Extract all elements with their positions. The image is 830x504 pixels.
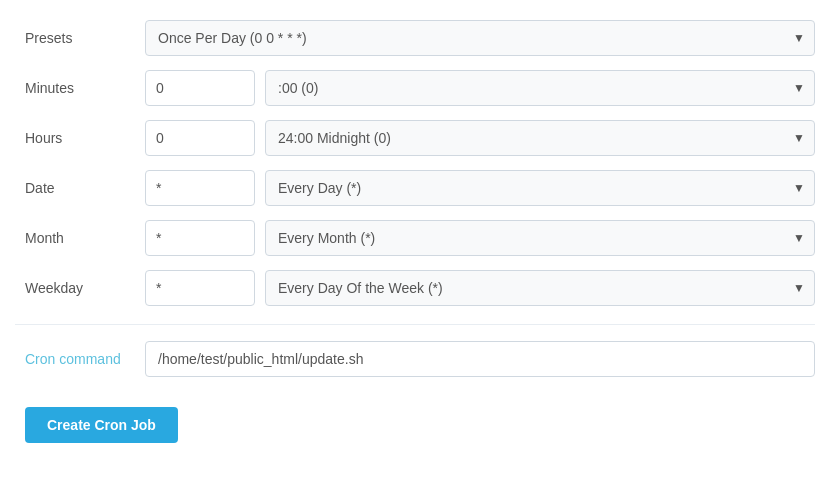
month-select[interactable]: Every Month (*)January (1)February (2)Ma…: [265, 220, 815, 256]
date-select[interactable]: Every Day (*)1st2nd3rd15thLast Day: [265, 170, 815, 206]
minutes-row: Minutes :00 (0):01 (1):05 (5):10 (10):15…: [15, 70, 815, 106]
cron-form: Presets Once Per Day (0 0 * * *)Every Ho…: [15, 20, 815, 443]
minutes-select[interactable]: :00 (0):01 (1):05 (5):10 (10):15 (15):30…: [265, 70, 815, 106]
hours-row: Hours 24:00 Midnight (0)01:00 (1)02:00 (…: [15, 120, 815, 156]
month-input[interactable]: [145, 220, 255, 256]
date-row: Date Every Day (*)1st2nd3rd15thLast Day …: [15, 170, 815, 206]
hours-label: Hours: [15, 130, 145, 146]
presets-select[interactable]: Once Per Day (0 0 * * *)Every Hour (0 * …: [145, 20, 815, 56]
minutes-input[interactable]: [145, 70, 255, 106]
hours-select-wrap: 24:00 Midnight (0)01:00 (1)02:00 (2)12:0…: [265, 120, 815, 156]
weekday-label: Weekday: [15, 280, 145, 296]
create-button-row: Create Cron Job: [15, 391, 815, 443]
presets-select-wrap: Once Per Day (0 0 * * *)Every Hour (0 * …: [145, 20, 815, 56]
date-input[interactable]: [145, 170, 255, 206]
cron-command-input[interactable]: [145, 341, 815, 377]
minutes-label: Minutes: [15, 80, 145, 96]
cron-command-label: Cron command: [15, 351, 145, 367]
date-select-wrap: Every Day (*)1st2nd3rd15thLast Day ▼: [265, 170, 815, 206]
weekday-select[interactable]: Every Day Of the Week (*)Sunday (0)Monda…: [265, 270, 815, 306]
month-select-wrap: Every Month (*)January (1)February (2)Ma…: [265, 220, 815, 256]
create-cron-job-button[interactable]: Create Cron Job: [25, 407, 178, 443]
weekday-select-wrap: Every Day Of the Week (*)Sunday (0)Monda…: [265, 270, 815, 306]
month-label: Month: [15, 230, 145, 246]
hours-input[interactable]: [145, 120, 255, 156]
weekday-row: Weekday Every Day Of the Week (*)Sunday …: [15, 270, 815, 306]
date-label: Date: [15, 180, 145, 196]
hours-select[interactable]: 24:00 Midnight (0)01:00 (1)02:00 (2)12:0…: [265, 120, 815, 156]
weekday-input[interactable]: [145, 270, 255, 306]
presets-label: Presets: [15, 30, 145, 46]
minutes-select-wrap: :00 (0):01 (1):05 (5):10 (10):15 (15):30…: [265, 70, 815, 106]
presets-row: Presets Once Per Day (0 0 * * *)Every Ho…: [15, 20, 815, 56]
cron-command-row: Cron command: [15, 341, 815, 377]
month-row: Month Every Month (*)January (1)February…: [15, 220, 815, 256]
form-divider: [15, 324, 815, 325]
